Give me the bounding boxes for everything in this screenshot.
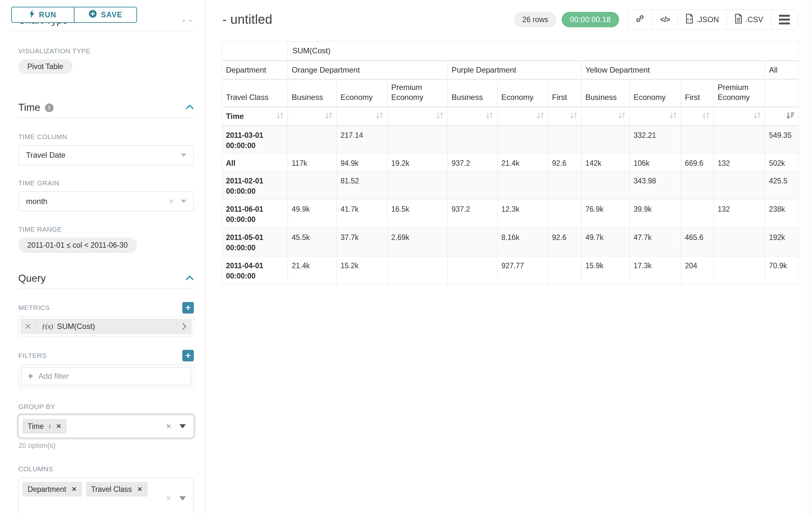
plus-circle-icon xyxy=(89,10,97,20)
pivot-cell: 37.7k xyxy=(337,228,387,256)
time-section-title: Time xyxy=(18,102,40,113)
save-button[interactable]: SAVE xyxy=(74,7,137,23)
clear-icon[interactable]: × xyxy=(166,493,171,504)
pivot-sort-header xyxy=(497,107,548,126)
pivot-cell: 45.5k xyxy=(288,228,337,256)
remove-icon[interactable]: ✕ xyxy=(71,485,77,493)
columns-select[interactable]: Department✕Travel Class✕ × xyxy=(18,478,194,514)
menu-button[interactable] xyxy=(771,10,798,29)
pivot-subgroup-header: Business xyxy=(448,79,497,107)
plus-icon: + xyxy=(28,371,33,381)
time-grain-select[interactable]: month × xyxy=(18,191,194,211)
sort-icon[interactable] xyxy=(324,111,333,121)
pivot-subgroup-header: First xyxy=(548,79,582,107)
sort-icon[interactable] xyxy=(617,111,626,121)
sidebar-body: VISUALIZATION TYPE Pivot Table Time i TI… xyxy=(0,47,205,514)
pivot-cell: 106k xyxy=(630,154,681,171)
run-button[interactable]: RUN xyxy=(11,7,74,23)
columns-pill[interactable]: Department✕ xyxy=(23,482,82,497)
chevron-down-icon[interactable] xyxy=(179,496,186,501)
export-json-button[interactable]: .JSON xyxy=(677,10,727,29)
add-filter-button[interactable]: + Add filter xyxy=(21,367,191,385)
sort-icon[interactable] xyxy=(436,111,444,121)
sort-icon[interactable] xyxy=(276,111,284,121)
chevron-right-icon[interactable] xyxy=(176,319,192,334)
sort-icon[interactable] xyxy=(569,111,578,121)
pivot-cell: 8.16k xyxy=(497,228,548,256)
pivot-subgroup-header: Economy xyxy=(630,79,681,107)
remove-icon[interactable]: ✕ xyxy=(56,423,62,430)
pivot-cell: 132 xyxy=(714,154,765,171)
pivot-cell xyxy=(548,200,582,228)
chart-title[interactable]: - untitled xyxy=(223,10,272,27)
time-section-header[interactable]: Time i xyxy=(18,102,194,113)
sort-icon[interactable] xyxy=(753,111,762,121)
pivot-cell: 16.5k xyxy=(387,200,448,228)
pivot-cell: 502k xyxy=(765,154,799,171)
pivot-cell xyxy=(448,126,497,154)
row-count-badge: 26 rows xyxy=(514,12,556,27)
add-filter-plus-button[interactable]: + xyxy=(182,350,194,361)
pivot-cell: 81.52 xyxy=(337,171,387,200)
pivot-cell xyxy=(448,171,497,200)
pivot-cell: 465.6 xyxy=(681,228,714,256)
sort-icon[interactable] xyxy=(702,111,710,121)
time-column-select[interactable]: Travel Date xyxy=(18,145,194,165)
pivot-cell xyxy=(288,126,337,154)
pivot-cell: 12.3k xyxy=(497,200,548,228)
hamburger-icon xyxy=(779,15,790,24)
export-button-group: </> .JSON .CSV xyxy=(628,10,798,30)
pivot-cell: 39.9k xyxy=(630,200,681,228)
pivot-cell: 549.35 xyxy=(765,126,799,154)
pivot-row-label: 2011-05-01 00:00:00 xyxy=(222,228,288,256)
remove-metric-icon[interactable]: ✕ xyxy=(21,319,36,334)
scroll-dots xyxy=(183,20,191,22)
sort-icon[interactable] xyxy=(536,111,545,121)
sort-icon[interactable] xyxy=(375,111,384,121)
clear-icon[interactable]: × xyxy=(169,197,174,207)
sort-icon[interactable] xyxy=(485,111,494,121)
link-icon xyxy=(636,14,644,25)
page-scrollbar[interactable] xyxy=(808,0,812,514)
pivot-cell: 19.2k xyxy=(387,154,448,171)
pivot-cell: 142k xyxy=(582,154,630,171)
control-panel-sidebar: Chart Type RUN SAVE VISUALIZ xyxy=(0,0,206,514)
remove-icon[interactable]: ✕ xyxy=(137,485,143,493)
pivot-time-label: Time xyxy=(226,112,244,121)
pivot-sort-header xyxy=(630,107,681,126)
sort-descending-icon[interactable] xyxy=(786,111,795,121)
group-by-pill[interactable]: Timei✕ xyxy=(23,419,67,434)
columns-pill[interactable]: Travel Class✕ xyxy=(86,482,148,497)
clear-icon[interactable]: × xyxy=(166,422,171,431)
table-row: 2011-03-01 00:00:00217.14332.21549.35 xyxy=(222,126,799,154)
sort-icon[interactable] xyxy=(669,111,677,121)
divider xyxy=(18,289,194,289)
function-icon: ƒ(x) xyxy=(42,322,53,330)
chevron-down-icon[interactable] xyxy=(179,424,186,429)
group-by-label: GROUP BY xyxy=(18,403,194,410)
pivot-cell: 94.9k xyxy=(337,154,387,171)
chevron-up-icon[interactable] xyxy=(185,104,194,111)
pivot-cell: 2.69k xyxy=(387,228,448,256)
viz-type-pill[interactable]: Pivot Table xyxy=(18,59,72,74)
pivot-cell: 669.6 xyxy=(681,154,714,171)
export-csv-button[interactable]: .CSV xyxy=(727,10,771,29)
share-link-button[interactable] xyxy=(628,10,652,29)
pivot-cell xyxy=(387,256,448,285)
add-metric-button[interactable]: + xyxy=(182,302,194,314)
filters-label: FILTERS xyxy=(18,352,47,359)
table-row: 2011-02-01 00:00:0081.52343.98425.5 xyxy=(222,171,799,200)
pivot-cell xyxy=(448,228,497,256)
group-by-select[interactable]: Timei✕ × xyxy=(18,415,194,438)
superset-explore-app: Chart Type RUN SAVE VISUALIZ xyxy=(0,0,812,514)
metric-pill[interactable]: ✕ ƒ(x) SUM(Cost) xyxy=(21,319,192,334)
chevron-up-icon[interactable] xyxy=(185,275,194,282)
time-range-pill[interactable]: 2011-01-01 ≤ col < 2011-06-30 xyxy=(18,238,137,253)
pivot-corner-cell xyxy=(222,42,288,61)
columns-label: COLUMNS xyxy=(18,465,194,473)
view-query-button[interactable]: </> xyxy=(652,10,677,29)
code-icon: </> xyxy=(660,16,670,24)
time-range-label: TIME RANGE xyxy=(18,225,194,233)
pivot-cell: 21.4k xyxy=(288,256,337,285)
query-section-header[interactable]: Query xyxy=(18,273,194,284)
